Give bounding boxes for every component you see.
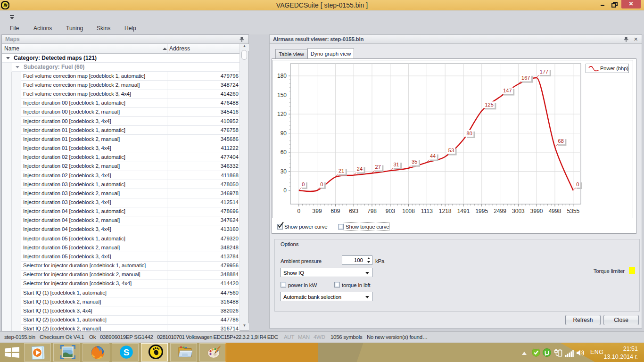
svg-text:68: 68: [558, 138, 564, 144]
svg-text:4998: 4998: [549, 208, 561, 214]
svg-text:31: 31: [393, 162, 399, 167]
svg-text:44: 44: [430, 153, 436, 159]
svg-text:147: 147: [503, 88, 512, 93]
svg-text:30: 30: [281, 168, 287, 175]
svg-text:609: 609: [330, 208, 340, 214]
svg-text:27: 27: [375, 164, 381, 170]
svg-text:1218: 1218: [439, 208, 452, 214]
svg-text:35: 35: [412, 159, 417, 165]
svg-text:3003: 3003: [512, 208, 525, 214]
svg-text:5355: 5355: [567, 208, 579, 214]
svg-text:0: 0: [576, 181, 579, 187]
svg-text:1995: 1995: [475, 208, 488, 214]
svg-text:0: 0: [297, 208, 300, 214]
svg-text:53: 53: [448, 148, 454, 153]
svg-text:24: 24: [357, 166, 363, 172]
svg-text:3990: 3990: [530, 208, 543, 214]
svg-text:0: 0: [283, 187, 287, 194]
svg-text:693: 693: [349, 208, 358, 214]
svg-text:21: 21: [339, 168, 344, 173]
svg-text:150: 150: [277, 92, 287, 99]
svg-text:1113: 1113: [421, 208, 433, 214]
svg-text:S: S: [124, 347, 130, 357]
svg-text:0: 0: [320, 181, 323, 187]
svg-text:167: 167: [521, 75, 530, 81]
svg-text:399: 399: [313, 208, 322, 214]
svg-text:125: 125: [485, 102, 493, 107]
svg-text:177: 177: [540, 69, 548, 74]
svg-text:1491: 1491: [457, 208, 470, 214]
svg-text:2499: 2499: [494, 208, 506, 214]
svg-text:0: 0: [302, 181, 305, 187]
svg-text:798: 798: [367, 208, 377, 214]
svg-text:1008: 1008: [402, 208, 415, 214]
svg-text:60: 60: [281, 149, 287, 156]
svg-text:90: 90: [281, 130, 287, 137]
svg-text:80: 80: [467, 131, 472, 136]
svg-text:903: 903: [386, 208, 395, 214]
svg-text:120: 120: [277, 111, 287, 117]
svg-text:180: 180: [277, 73, 287, 79]
